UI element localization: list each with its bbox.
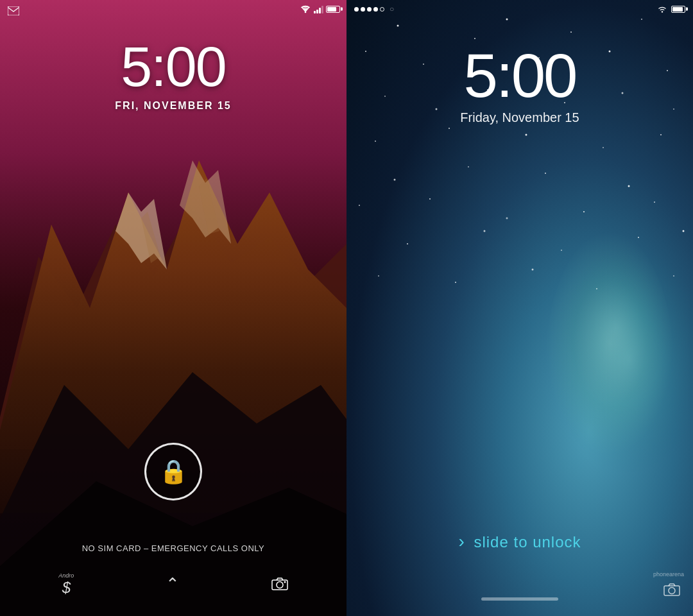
lock-icon: 🔒 — [159, 458, 188, 485]
svg-point-14 — [284, 581, 286, 583]
android-nav-center[interactable]: ⌃ — [166, 574, 180, 594]
android-status-icons — [300, 4, 340, 13]
battery-icon — [326, 6, 340, 13]
ios-panel: ○ 5:00 Friday, November 15 › slide to un… — [346, 0, 693, 616]
phonearena-watermark: phonearena — [653, 571, 684, 578]
svg-point-13 — [277, 582, 283, 588]
android-nav-camera[interactable] — [271, 577, 288, 591]
lock-circle: 🔒 — [144, 443, 202, 501]
svg-point-56 — [565, 250, 667, 404]
gmail-icon — [6, 4, 21, 18]
ios-camera-icon[interactable] — [663, 583, 680, 601]
android-status-bar — [0, 0, 346, 18]
android-nav-left[interactable]: Andro $ — [58, 571, 74, 597]
android-time-display: 5:00 FRI, NOVEMBER 15 — [0, 38, 346, 112]
watermark-text: phonearena — [653, 571, 684, 578]
wifi-icon — [300, 4, 311, 13]
android-bottom-bar: NO SIM CARD – EMERGENCY CALLS ONLY Andro… — [0, 543, 346, 616]
signal-icon — [314, 4, 323, 13]
signal-dot-3 — [367, 7, 372, 12]
ios-carrier: ○ — [389, 4, 394, 13]
ios-home-indicator[interactable] — [481, 597, 558, 601]
ios-date: Friday, November 15 — [346, 110, 693, 125]
svg-point-57 — [662, 11, 663, 12]
ios-status-right — [657, 5, 685, 13]
no-sim-label: NO SIM CARD – EMERGENCY CALLS ONLY — [0, 543, 346, 553]
android-date: FRI, NOVEMBER 15 — [0, 100, 346, 112]
svg-point-59 — [669, 588, 675, 594]
ios-clock: 5:00 — [346, 45, 693, 107]
slide-to-unlock[interactable]: › slide to unlock — [346, 531, 693, 552]
nav-left-label: Andro — [58, 572, 74, 579]
nav-center-icon: ⌃ — [166, 574, 180, 594]
signal-dot-5 — [380, 7, 384, 12]
nav-left-icon: $ — [62, 579, 71, 597]
android-clock: 5:00 — [0, 38, 346, 95]
slide-to-unlock-text: slide to unlock — [474, 533, 581, 551]
svg-point-11 — [305, 12, 307, 13]
nebula-svg — [501, 231, 693, 488]
lock-icon-container[interactable]: 🔒 — [144, 443, 202, 501]
android-panel: 5:00 FRI, NOVEMBER 15 🔒 NO SIM CARD – EM… — [0, 0, 346, 616]
ios-status-bar: ○ — [346, 0, 693, 18]
android-nav-bar: Andro $ ⌃ — [0, 565, 346, 603]
signal-dot-1 — [354, 7, 359, 12]
signal-dot-4 — [373, 7, 378, 12]
ios-battery-icon — [671, 6, 685, 13]
ios-wifi-icon — [657, 5, 667, 13]
svg-rect-10 — [8, 6, 19, 15]
camera-icon — [271, 577, 288, 591]
ios-time-display: 5:00 Friday, November 15 — [346, 45, 693, 125]
ios-signal — [354, 7, 384, 12]
chevron-right-icon: › — [458, 531, 465, 551]
signal-dot-2 — [361, 7, 365, 12]
